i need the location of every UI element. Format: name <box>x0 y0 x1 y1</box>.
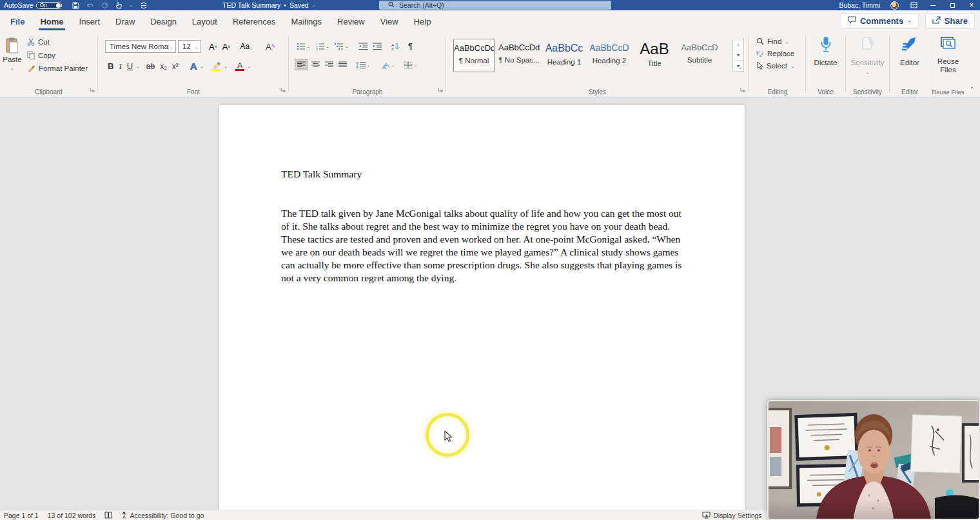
search-input[interactable]: Search (Alt+Q) <box>379 1 611 10</box>
style-heading-2[interactable]: AaBbCcD Heading 2 <box>589 39 630 72</box>
subscript-button[interactable]: x₂ <box>157 61 170 72</box>
reuse-files-button[interactable]: Reuse Files <box>930 36 966 74</box>
tab-draw[interactable]: Draw <box>108 12 142 31</box>
bold-button[interactable]: B <box>105 60 116 72</box>
borders-button[interactable]: ⌄ <box>402 60 420 70</box>
tab-file[interactable]: File <box>3 12 32 31</box>
styles-scroll-up-icon[interactable]: ▲ <box>733 39 743 50</box>
redo-icon[interactable] <box>101 2 108 9</box>
styles-group-label: Styles <box>447 88 748 95</box>
collapse-ribbon-icon[interactable]: ⌃ <box>970 86 975 93</box>
proofing-icon[interactable] <box>104 512 112 519</box>
clipboard-dialog-launcher[interactable] <box>90 83 95 95</box>
clear-formatting-button[interactable]: A✎ <box>263 41 279 53</box>
style-name: Heading 1 <box>544 58 585 66</box>
style-title[interactable]: AaB Title <box>634 39 675 72</box>
multilevel-list-button[interactable]: ⌄ <box>333 41 351 52</box>
paragraph-dialog-launcher[interactable] <box>438 83 443 95</box>
user-name[interactable]: Bubac, Timmi <box>839 1 880 9</box>
restore-button[interactable] <box>948 1 957 10</box>
document-heading[interactable]: TED Talk Summary <box>281 168 362 180</box>
find-button[interactable]: Find ⌄ <box>756 37 795 45</box>
cut-button[interactable]: Cut <box>27 38 88 46</box>
ribbon-display-options-icon[interactable] <box>909 1 918 10</box>
tab-references[interactable]: References <box>225 12 283 31</box>
minimize-button[interactable] <box>928 1 937 10</box>
clipboard-group-label: Clipboard <box>0 88 97 95</box>
align-center-button[interactable] <box>309 60 322 70</box>
text-effects-button[interactable]: A <box>188 59 200 73</box>
style-subtitle[interactable]: AaBbCcD Subtitle <box>679 39 720 72</box>
tab-layout[interactable]: Layout <box>184 12 225 31</box>
page-indicator[interactable]: Page 1 of 1 <box>4 512 39 519</box>
styles-gallery-more-icon[interactable]: ▼̲ <box>733 61 743 72</box>
font-color-button[interactable]: A <box>233 61 247 72</box>
replace-button[interactable]: bc Replace <box>756 50 795 57</box>
tab-view[interactable]: View <box>373 12 406 31</box>
font-dialog-launcher[interactable] <box>280 83 286 95</box>
shrink-font-button[interactable]: A˅ <box>220 41 233 53</box>
underline-button[interactable]: U <box>124 60 135 72</box>
tab-design[interactable]: Design <box>142 12 184 31</box>
decrease-indent-button[interactable] <box>357 41 369 52</box>
touch-mouse-mode-icon[interactable] <box>115 1 122 9</box>
customize-qat-icon[interactable] <box>141 2 147 9</box>
copy-button[interactable]: Copy <box>27 51 88 59</box>
dictate-button[interactable]: Dictate <box>806 36 845 67</box>
italic-button[interactable]: I <box>116 60 124 73</box>
document-paragraph[interactable]: The TED talk given by Jane McGonigal tal… <box>281 207 682 285</box>
change-case-button[interactable]: Aa⌄ <box>238 41 257 52</box>
font-size-combo[interactable]: 12 ⌄ <box>178 40 201 53</box>
close-button[interactable]: × <box>967 1 976 10</box>
editor-button[interactable]: Editor <box>890 36 930 67</box>
bullets-button[interactable]: ⌄ <box>295 41 313 52</box>
document-page[interactable]: TED Talk Summary The TED talk given by J… <box>219 105 745 518</box>
highlight-button[interactable] <box>209 61 223 72</box>
word-count[interactable]: 13 of 102 words <box>48 512 96 519</box>
increase-indent-button[interactable] <box>371 41 384 52</box>
display-settings-button[interactable]: Display Settings <box>702 512 761 519</box>
styles-scroll-down-icon[interactable]: ▼ <box>733 50 743 61</box>
tab-insert[interactable]: Insert <box>72 12 108 31</box>
numbering-button[interactable]: 123⌄ <box>314 41 332 52</box>
format-painter-button[interactable]: Format Painter <box>27 65 88 72</box>
autosave-control[interactable]: AutoSave On <box>4 1 62 9</box>
styles-dialog-launcher[interactable] <box>740 83 745 95</box>
superscript-button[interactable]: x² <box>170 61 181 72</box>
show-hide-pilcrow-button[interactable]: ¶ <box>406 40 415 52</box>
underline-chevron-icon[interactable]: ⌄ <box>135 64 140 68</box>
align-right-button[interactable] <box>323 60 335 70</box>
voice-group: Dictate Voice <box>806 32 845 97</box>
tab-home[interactable]: Home <box>32 12 71 31</box>
sensitivity-group: Sensitivity ⌄ Sensitivity <box>846 32 889 97</box>
sort-button[interactable]: AZ <box>389 41 402 52</box>
grow-font-button[interactable]: A˄ <box>206 41 220 53</box>
style-normal[interactable]: AaBbCcDd ¶ Normal <box>453 39 495 72</box>
text-effects-chevron-icon[interactable]: ⌄ <box>200 64 204 68</box>
share-button[interactable]: Share <box>925 13 975 29</box>
strikethrough-button[interactable]: ab <box>144 61 157 72</box>
font-name-combo[interactable]: Times New Roman ⌄ <box>105 40 176 53</box>
user-avatar[interactable] <box>890 1 899 10</box>
justify-button[interactable] <box>337 60 349 70</box>
tab-mailings[interactable]: Mailings <box>283 12 329 31</box>
font-color-chevron-icon[interactable]: ⌄ <box>247 64 251 68</box>
line-spacing-button[interactable]: ⌄ <box>354 60 373 70</box>
comments-button[interactable]: Comments ⌄ <box>841 13 919 29</box>
paste-button[interactable]: Paste ⌄ <box>3 37 22 71</box>
style-heading-1[interactable]: AaBbCc Heading 1 <box>544 39 585 72</box>
touch-mode-chevron-icon[interactable]: ⌄ <box>129 3 133 7</box>
select-button[interactable]: Select ⌄ <box>756 62 795 70</box>
save-icon[interactable] <box>72 2 79 9</box>
highlight-chevron-icon[interactable]: ⌄ <box>223 64 228 68</box>
undo-icon[interactable] <box>86 2 94 9</box>
document-title[interactable]: TED Talk Summary • Saved ⌄ <box>222 1 316 10</box>
align-left-button[interactable] <box>295 59 308 70</box>
autosave-toggle[interactable]: On <box>36 2 62 9</box>
shading-button[interactable]: ⌄ <box>379 60 398 70</box>
accessibility-status[interactable]: Accessibility: Good to go <box>121 512 204 519</box>
tab-review[interactable]: Review <box>329 12 373 31</box>
tab-help[interactable]: Help <box>406 12 439 31</box>
cut-icon <box>27 38 35 46</box>
style-no-spacing[interactable]: AaBbCcDd ¶ No Spac... <box>498 39 540 72</box>
